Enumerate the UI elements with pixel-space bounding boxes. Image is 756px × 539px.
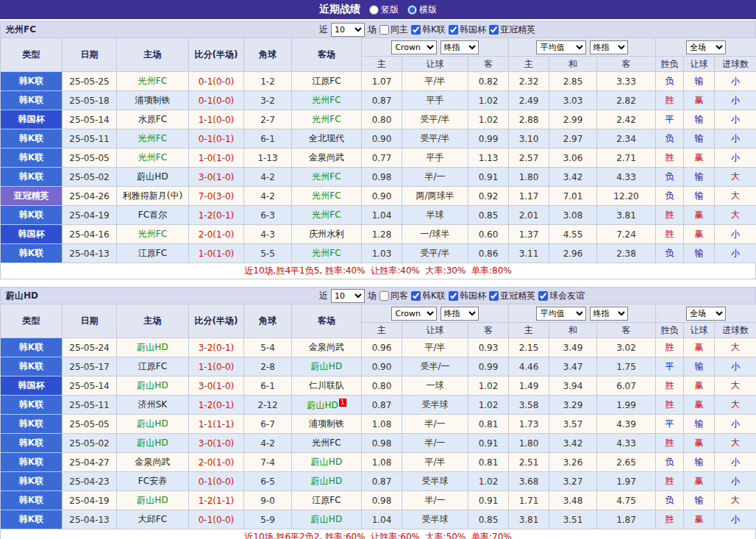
euro-stage-select[interactable]: 终指	[590, 307, 628, 321]
league-filter[interactable]: 韩国杯	[449, 24, 486, 36]
league-filter[interactable]: 韩K联	[411, 290, 446, 302]
home-team-name: 济州SK	[117, 396, 189, 415]
asian-away-odds: 0.92	[468, 187, 509, 206]
same-venue-checkbox[interactable]	[379, 291, 389, 301]
match-count-select[interactable]: 10	[331, 289, 365, 303]
asian-handicap-line: 半/一	[402, 491, 468, 510]
result-handicap: 输	[684, 110, 715, 129]
asian-stage-select[interactable]: 终指	[441, 40, 479, 54]
matches-tbody: 韩K联25-05-25光州FC0-1(0-0)1-2江原FC1.07平/半0.8…	[1, 72, 756, 263]
match-score: 1-2(0-1)	[189, 206, 244, 225]
match-score: 7-0(3-0)	[189, 187, 244, 206]
league-label: 韩K联	[422, 290, 446, 302]
result-goals: 大	[715, 187, 756, 206]
league-filter-group: 韩K联韩国杯亚冠精英	[411, 24, 535, 36]
league-checkbox[interactable]	[449, 25, 458, 35]
league-filter[interactable]: 亚冠精英	[489, 24, 535, 36]
match-row: 韩K联25-04-23FC安养0-1(0-0)6-5蔚山HD0.87受半球1.0…	[1, 472, 756, 491]
euro-away-odds: 7.24	[597, 225, 656, 244]
league-filter[interactable]: 亚冠精英	[489, 290, 535, 302]
competition-badge: 韩K联	[1, 491, 63, 510]
same-venue-filter[interactable]: 同主	[379, 24, 408, 36]
league-filter[interactable]: 球会友谊	[538, 290, 585, 302]
horizontal-layout-label: 横版	[419, 4, 437, 16]
asian-stage-select[interactable]: 终指	[441, 307, 479, 321]
euro-home-odds: 3.68	[509, 472, 549, 491]
league-label: 韩K联	[422, 24, 446, 36]
league-checkbox[interactable]	[489, 291, 499, 301]
match-date: 25-04-23	[63, 472, 117, 491]
euro-source-select[interactable]: 平均值	[536, 40, 586, 54]
near-label: 近	[319, 290, 328, 302]
match-date: 25-05-25	[63, 72, 117, 91]
match-count-select[interactable]: 10	[331, 23, 365, 37]
corner-count: 6-7	[244, 415, 292, 434]
euro-home-odds: 3.10	[509, 129, 549, 149]
col-header-date: 日期	[63, 304, 117, 338]
asian-away-odds: 0.91	[468, 434, 509, 453]
asian-home-odds: 0.90	[362, 357, 402, 376]
bookmaker-select[interactable]: Crown	[391, 40, 437, 54]
asian-home-odds: 0.90	[362, 129, 402, 149]
result-goals: 大	[715, 168, 756, 187]
bookmaker-select[interactable]: Crown	[391, 307, 437, 321]
subcol-asian-line: 让球	[402, 57, 468, 72]
topbar: 近期战绩 竖版 横版	[0, 0, 756, 21]
home-team-name: FC安养	[117, 472, 189, 491]
asian-handicap-line: 一球	[402, 376, 468, 396]
corner-count: 6-5	[244, 472, 292, 491]
league-checkbox[interactable]	[411, 25, 421, 35]
corner-count: 5-4	[244, 338, 292, 357]
away-team-name: 蔚山HD	[292, 472, 362, 491]
home-team-name: 水原FC	[117, 110, 189, 129]
league-checkbox[interactable]	[449, 291, 458, 301]
euro-draw-odds: 3.29	[549, 396, 597, 415]
match-date: 25-05-18	[63, 91, 117, 110]
euro-away-odds: 4.33	[597, 168, 656, 187]
league-checkbox[interactable]	[538, 291, 548, 301]
scope-select[interactable]: 全场	[686, 307, 726, 321]
same-venue-filter[interactable]: 同客	[379, 290, 408, 302]
asian-away-odds: 0.91	[468, 168, 509, 187]
euro-draw-odds: 3.47	[549, 357, 597, 376]
league-checkbox[interactable]	[489, 25, 499, 35]
vertical-layout-radio[interactable]	[369, 5, 379, 15]
league-filter[interactable]: 韩国杯	[449, 290, 486, 302]
result-outcome: 胜	[656, 434, 684, 453]
result-handicap: 赢	[684, 396, 715, 415]
league-checkbox[interactable]	[411, 291, 421, 301]
asian-away-odds: 1.02	[468, 376, 509, 396]
asian-handicap-line: 平/半	[402, 72, 468, 91]
competition-badge: 韩K联	[1, 357, 63, 376]
league-filter[interactable]: 韩K联	[411, 24, 446, 36]
result-goals: 大	[715, 396, 756, 415]
match-row: 韩K联25-05-11光州FC0-1(0-1)6-1全北现代0.90受平/半0.…	[1, 129, 756, 149]
scope-select[interactable]: 全场	[686, 40, 726, 54]
horizontal-layout-radio[interactable]	[407, 5, 417, 15]
euro-source-select[interactable]: 平均值	[536, 307, 586, 321]
euro-home-odds: 1.80	[509, 168, 549, 187]
asian-home-odds: 1.03	[362, 244, 402, 263]
euro-away-odds: 6.07	[597, 376, 656, 396]
euro-draw-odds: 3.51	[549, 510, 597, 529]
result-goals: 大	[715, 206, 756, 225]
competition-badge: 韩国杯	[1, 110, 63, 129]
competition-badge: 韩K联	[1, 168, 63, 187]
layout-option-vertical[interactable]: 竖版	[369, 4, 399, 16]
match-date: 25-05-02	[63, 434, 117, 453]
asian-home-odds: 0.98	[362, 491, 402, 510]
home-team-name: 蔚山HD	[117, 434, 189, 453]
result-handicap: 输	[684, 415, 715, 434]
euro-stage-select[interactable]: 终指	[590, 40, 628, 54]
result-outcome: 胜	[656, 225, 684, 244]
away-team-name: 江原FC	[292, 491, 362, 510]
away-team-name: 浦项制铁	[292, 415, 362, 434]
match-row: 韩K联25-04-27金泉尚武2-0(1-0)7-4蔚山HD1.08平/半0.8…	[1, 453, 756, 472]
match-date: 25-05-24	[63, 338, 117, 357]
home-team-name: 大邱FC	[117, 510, 189, 529]
asian-home-odds: 1.08	[362, 453, 402, 472]
corner-count: 5-9	[244, 510, 292, 529]
layout-option-horizontal[interactable]: 横版	[407, 4, 437, 16]
result-handicap: 赢	[684, 338, 715, 357]
same-venue-checkbox[interactable]	[379, 25, 389, 35]
